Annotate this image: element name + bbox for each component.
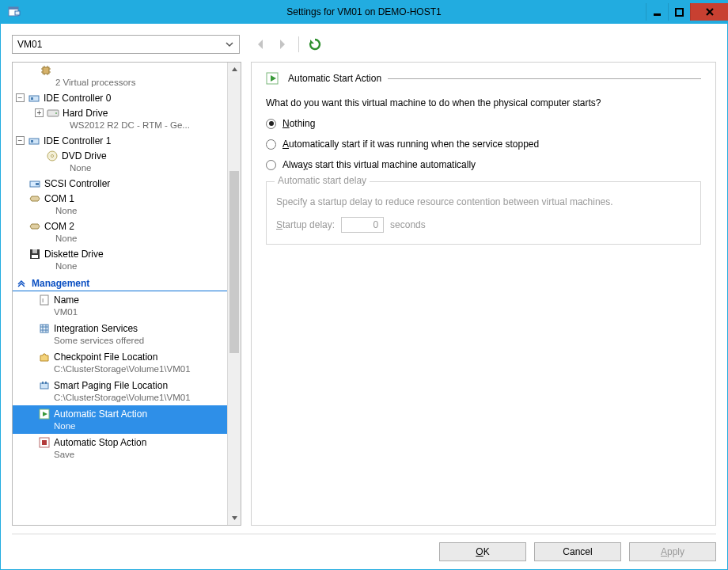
option-label: Nothing — [282, 118, 315, 129]
tree-autostart[interactable]: Automatic Start Action None — [13, 405, 227, 434]
scroll-up-button[interactable] — [228, 63, 241, 76]
tree-checkpoint[interactable]: Checkpoint File Location C:\ClusterStora… — [13, 348, 227, 377]
svg-text:I: I — [42, 297, 44, 304]
expand-icon[interactable]: + — [35, 108, 44, 117]
tree-label: COM 1 — [44, 193, 74, 204]
com-port-icon — [28, 220, 41, 233]
integration-icon — [38, 322, 51, 335]
nav-forward-button[interactable] — [273, 35, 292, 54]
tree-com2[interactable]: COM 2 — [13, 218, 227, 234]
name-icon: I — [38, 294, 51, 306]
tree-name[interactable]: I Name VM01 — [13, 291, 227, 320]
svg-rect-7 — [31, 97, 33, 100]
autostart-icon — [266, 72, 279, 85]
svg-rect-18 — [32, 255, 38, 258]
tree-integration[interactable]: Integration Services Some services offer… — [13, 320, 227, 348]
window-controls — [646, 3, 728, 21]
toolbar-separator — [298, 36, 299, 52]
nav-back-button[interactable] — [251, 35, 270, 54]
controller-icon — [28, 135, 40, 147]
tree-label: Integration Services — [54, 323, 138, 334]
window-title: Settings for VM01 on DEMO-HOST1 — [0, 6, 728, 17]
option-always-start[interactable]: Always start this virtual machine automa… — [266, 159, 701, 170]
tree-label: Automatic Stop Action — [54, 437, 146, 448]
tree-harddrive[interactable]: + Hard Drive — [13, 105, 227, 120]
tree-paging[interactable]: Smart Paging File Location C:\ClusterSto… — [13, 377, 227, 405]
tree-scrollbar[interactable] — [227, 63, 241, 525]
radio-icon[interactable] — [266, 160, 276, 170]
scroll-thumb[interactable] — [229, 171, 239, 353]
tree-label: Name — [54, 294, 79, 306]
tree-label: Smart Paging File Location — [54, 380, 168, 391]
startup-delay-input[interactable]: 0 — [341, 217, 384, 233]
tree-ide0[interactable]: − IDE Controller 0 — [13, 90, 227, 105]
svg-rect-11 — [31, 140, 33, 142]
tree-label: Diskette Drive — [44, 249, 104, 260]
scroll-track[interactable] — [228, 76, 241, 511]
ok-button[interactable]: OK — [439, 542, 526, 561]
tree-com1[interactable]: COM 1 — [13, 191, 227, 206]
startup-delay-label: Startup delay: — [276, 219, 335, 230]
tree-scsi[interactable]: SCSI Controller — [13, 176, 227, 191]
processors-value: 2 Virtual processors — [13, 78, 227, 90]
apply-button[interactable]: Apply — [629, 542, 716, 561]
vm-select[interactable]: VM01 — [12, 35, 240, 54]
collapse-icon[interactable]: − — [16, 136, 25, 145]
option-label: Automatically start if it was running wh… — [282, 139, 539, 150]
tree-pane: 2 Virtual processors − IDE Controller 0 … — [12, 62, 241, 526]
titlebar[interactable]: Settings for VM01 on DEMO-HOST1 — [0, 0, 728, 24]
close-button[interactable] — [690, 3, 728, 21]
harddrive-icon — [47, 107, 59, 120]
tree-label: SCSI Controller — [44, 178, 110, 189]
svg-rect-21 — [40, 325, 48, 332]
app-icon — [5, 2, 24, 21]
client-area: VM01 — [0, 24, 728, 570]
maximize-button[interactable] — [668, 3, 690, 21]
autostart-value: None — [13, 421, 227, 434]
radio-icon[interactable] — [266, 139, 276, 150]
cancel-button[interactable]: Cancel — [534, 542, 621, 561]
start-delay-group: Automatic start delay Specify a startup … — [266, 181, 701, 245]
tree-label: COM 2 — [44, 221, 74, 232]
svg-rect-1 — [9, 7, 18, 10]
radio-icon[interactable] — [266, 119, 276, 129]
panes: 2 Virtual processors − IDE Controller 0 … — [12, 62, 716, 526]
paging-icon — [38, 379, 51, 392]
panel-title: Automatic Start Action — [288, 73, 381, 84]
svg-rect-17 — [32, 249, 37, 253]
scroll-down-button[interactable] — [228, 511, 241, 525]
tree-autostop[interactable]: Automatic Stop Action Save — [13, 434, 227, 462]
svg-rect-5 — [43, 67, 49, 74]
tree-label: Automatic Start Action — [54, 408, 147, 420]
collapse-icon[interactable]: − — [16, 93, 25, 102]
dvd-icon — [46, 150, 59, 162]
management-header[interactable]: Management — [13, 276, 227, 291]
refresh-button[interactable] — [305, 35, 324, 54]
option-auto-if-running[interactable]: Automatically start if it was running wh… — [266, 139, 701, 150]
paging-value: C:\ClusterStorage\Volume1\VM01 — [54, 393, 191, 402]
tree-ide1[interactable]: − IDE Controller 1 — [13, 133, 227, 148]
diskette-value: None — [13, 261, 227, 274]
option-nothing[interactable]: Nothing — [266, 118, 701, 129]
tree-dvd[interactable]: DVD Drive — [13, 148, 227, 163]
minimize-button[interactable] — [646, 3, 668, 21]
svg-rect-15 — [36, 183, 39, 185]
settings-tree[interactable]: 2 Virtual processors − IDE Controller 0 … — [13, 63, 227, 525]
tree-label: IDE Controller 1 — [44, 135, 111, 146]
svg-rect-2 — [15, 11, 20, 15]
com2-value: None — [13, 234, 227, 246]
panel-header: Automatic Start Action — [266, 70, 701, 86]
section-label: Management — [32, 278, 89, 289]
processor-icon — [40, 64, 52, 77]
name-value: VM01 — [13, 307, 227, 320]
tree-label: IDE Controller 0 — [44, 93, 111, 104]
svg-rect-23 — [42, 382, 44, 384]
tree-label: Hard Drive — [63, 108, 108, 119]
tree-diskette[interactable]: Diskette Drive — [13, 246, 227, 261]
panel-question: What do you want this virtual machine to… — [266, 97, 701, 108]
svg-rect-6 — [29, 96, 39, 101]
section-collapse-icon — [17, 279, 27, 287]
svg-rect-10 — [29, 139, 39, 144]
dvd-value: None — [13, 163, 227, 176]
tree-label: Checkpoint File Location — [54, 352, 157, 363]
